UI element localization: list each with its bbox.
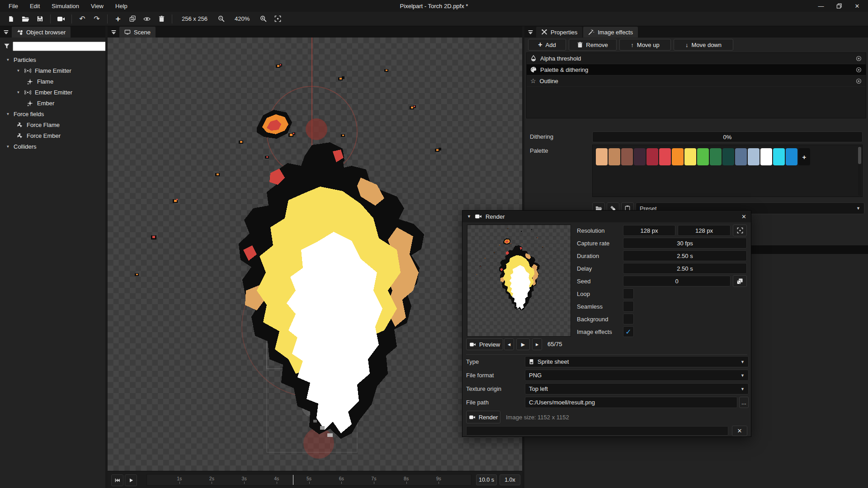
restore-button[interactable] <box>830 0 848 12</box>
type-dropdown[interactable]: Sprite sheet ▼ <box>525 356 749 367</box>
previous-frame-button[interactable]: ◀ <box>504 338 514 350</box>
delay-field[interactable]: 2.50 s <box>623 263 747 274</box>
tree-item-flame[interactable]: Flame <box>0 76 105 87</box>
palette-swatch-13[interactable] <box>760 148 772 165</box>
collapse-caret-icon[interactable]: ▼ <box>467 214 471 219</box>
save-button[interactable] <box>33 13 47 25</box>
tab-scene[interactable]: Scene <box>119 27 156 38</box>
preview-button[interactable]: Preview <box>466 338 503 350</box>
caret-down-icon[interactable]: ▼ <box>5 58 10 62</box>
palette-swatch-4[interactable] <box>646 148 658 165</box>
background-checkbox[interactable] <box>623 314 634 324</box>
randomize-seed-button[interactable] <box>733 275 747 287</box>
playhead[interactable] <box>293 475 294 485</box>
dialog-close-button[interactable]: ✕ <box>741 213 746 220</box>
tree-item-colliders[interactable]: ▼Colliders <box>0 141 105 152</box>
resolution-width-field[interactable]: 128 px <box>623 225 675 236</box>
palette-swatch-11[interactable] <box>735 148 747 165</box>
menu-file[interactable]: File <box>3 0 24 12</box>
duplicate-button[interactable] <box>125 13 140 25</box>
redo-button[interactable]: ↷ <box>90 13 104 25</box>
tree-item-flame-emitter[interactable]: ▼Flame Emitter <box>0 65 105 76</box>
palette-swatch-14[interactable] <box>773 148 785 165</box>
playback-speed-field[interactable]: 1.0x <box>500 474 520 485</box>
add-effect-button[interactable]: + Add <box>528 39 566 51</box>
caret-down-icon[interactable]: ▼ <box>16 69 21 73</box>
dithering-slider[interactable]: 0% <box>592 131 863 142</box>
palette-swatch-3[interactable] <box>634 148 646 165</box>
tab-image-effects[interactable]: Image effects <box>583 27 638 38</box>
file-format-dropdown[interactable]: PNG ▼ <box>525 370 749 381</box>
palette-swatch-8[interactable] <box>697 148 709 165</box>
tree-item-force-ember[interactable]: Force Ember <box>0 130 105 141</box>
next-frame-button[interactable]: ▶ <box>532 338 542 350</box>
timeline-ruler[interactable]: 1s2s3s4s5s6s7s8s9s <box>146 474 472 486</box>
tree-item-force-fields[interactable]: ▼Force fields <box>0 108 105 119</box>
duration-field[interactable]: 2.50 s <box>623 250 747 261</box>
caret-down-icon[interactable]: ▼ <box>5 112 10 116</box>
tree-item-ember[interactable]: Ember <box>0 98 105 108</box>
add-object-button[interactable]: + <box>111 13 125 25</box>
palette-swatch-2[interactable] <box>621 148 633 165</box>
file-path-field[interactable]: C:/Users/moell/result.png <box>525 397 737 408</box>
open-file-button[interactable] <box>18 13 33 25</box>
capture-button[interactable] <box>54 13 68 25</box>
visibility-eye-icon[interactable] <box>855 55 862 62</box>
duration-field[interactable]: 10.0 s <box>476 474 497 485</box>
seamless-checkbox[interactable] <box>623 301 634 312</box>
menu-simulation[interactable]: Simulation <box>46 0 85 12</box>
palette-swatch-9[interactable] <box>710 148 722 165</box>
zoom-out-button[interactable] <box>214 13 228 25</box>
render-dialog-header[interactable]: ▼ Render ✕ <box>462 211 751 222</box>
rewind-button[interactable] <box>111 474 123 486</box>
caret-down-icon[interactable]: ▼ <box>16 90 21 94</box>
visibility-eye-icon[interactable] <box>855 78 862 84</box>
caret-down-icon[interactable]: ▼ <box>5 145 10 149</box>
remove-effect-button[interactable]: Remove <box>569 39 617 51</box>
visibility-eye-icon[interactable] <box>855 66 862 73</box>
effect-item-alpha-threshold[interactable]: Alpha threshold <box>527 53 866 64</box>
filter-input[interactable] <box>13 42 106 51</box>
scrollbar-thumb[interactable] <box>858 147 861 164</box>
resolution-height-field[interactable]: 128 px <box>678 225 731 236</box>
tab-properties[interactable]: Properties <box>536 27 582 38</box>
loop-checkbox[interactable] <box>623 288 634 299</box>
move-up-button[interactable]: ↑ Move up <box>619 39 671 51</box>
zoom-in-button[interactable] <box>256 13 270 25</box>
emitter-handle-gizmo[interactable] <box>306 118 327 140</box>
tab-object-browser[interactable]: Object browser <box>12 27 71 38</box>
seed-field[interactable]: 0 <box>623 276 731 286</box>
effect-item-palette-dithering[interactable]: Palette & dithering <box>527 64 866 75</box>
image-effects-checkbox[interactable]: ✓ <box>623 326 634 337</box>
fit-view-button[interactable] <box>270 13 285 25</box>
panel-menu-button[interactable] <box>524 27 536 38</box>
palette-swatch-12[interactable] <box>748 148 760 165</box>
effect-item-outline[interactable]: ☆Outline <box>527 75 866 87</box>
palette-swatch-0[interactable] <box>596 148 608 165</box>
play-button[interactable] <box>125 474 137 486</box>
panel-menu-button[interactable] <box>0 27 12 38</box>
capture-rate-field[interactable]: 30 fps <box>623 238 747 249</box>
tree-item-force-flame[interactable]: Force Flame <box>0 119 105 130</box>
add-color-button[interactable]: + <box>798 148 810 165</box>
cancel-render-button[interactable]: ✕ <box>732 426 747 436</box>
palette-swatch-7[interactable] <box>684 148 696 165</box>
minimize-button[interactable]: — <box>812 0 830 12</box>
panel-menu-button[interactable] <box>108 27 119 38</box>
new-file-button[interactable] <box>4 13 18 25</box>
visibility-button[interactable] <box>140 13 154 25</box>
palette-swatch-5[interactable] <box>659 148 671 165</box>
texture-origin-dropdown[interactable]: Top left ▼ <box>525 383 749 394</box>
menu-help[interactable]: Help <box>109 0 133 12</box>
fit-resolution-button[interactable] <box>733 225 747 236</box>
browse-file-button[interactable]: ... <box>739 397 749 408</box>
undo-button[interactable]: ↶ <box>75 13 90 25</box>
palette-swatch-6[interactable] <box>672 148 684 165</box>
palette-scrollbar[interactable] <box>858 146 861 196</box>
move-down-button[interactable]: ↓ Move down <box>674 39 733 51</box>
menu-edit[interactable]: Edit <box>24 0 46 12</box>
palette-swatch-15[interactable] <box>786 148 797 165</box>
palette-swatch-1[interactable] <box>609 148 620 165</box>
render-button[interactable]: Render <box>466 411 500 423</box>
palette-swatch-10[interactable] <box>722 148 734 165</box>
